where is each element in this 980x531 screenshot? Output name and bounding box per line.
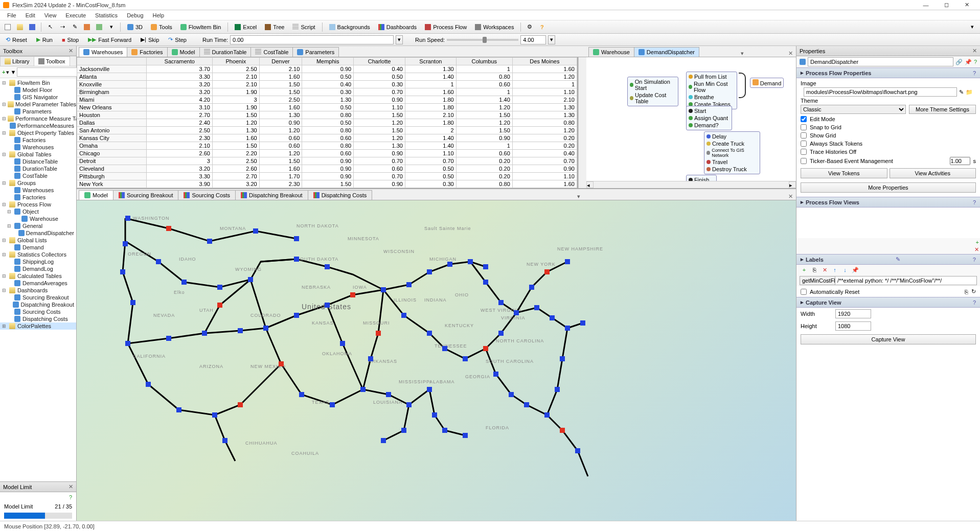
tree-item[interactable]: Factories bbox=[0, 194, 76, 201]
skip-button[interactable]: ▶|Skip bbox=[137, 35, 163, 45]
tree-item[interactable]: ⊟Statistics Collectors bbox=[0, 251, 76, 258]
save-file-button[interactable] bbox=[27, 21, 38, 33]
data-tab-parameters[interactable]: Parameters bbox=[292, 47, 339, 57]
map-node[interactable] bbox=[544, 412, 550, 418]
map-node[interactable] bbox=[565, 259, 570, 264]
pf-tab-demanddispatcher[interactable]: DemandDispatcher bbox=[634, 47, 699, 57]
map-node[interactable] bbox=[238, 328, 243, 333]
model-limit-help[interactable]: ? bbox=[4, 494, 72, 500]
tree-item[interactable]: Sourcing Breakout bbox=[0, 294, 76, 301]
map-node[interactable] bbox=[253, 228, 258, 234]
model-limit-close[interactable]: ✕ bbox=[69, 483, 73, 490]
data-tab-model[interactable]: Model bbox=[167, 47, 200, 57]
flowitem-bin-button[interactable]: FlowItem Bin bbox=[177, 21, 225, 33]
map-node[interactable] bbox=[427, 331, 432, 336]
fast-forward-button[interactable]: ▶▶Fast Forward bbox=[84, 35, 135, 45]
tree-item[interactable]: Model Floor bbox=[0, 86, 76, 94]
map-node[interactable] bbox=[222, 438, 227, 443]
map-node[interactable] bbox=[376, 331, 381, 336]
edit-icon[interactable]: ✎ bbox=[959, 89, 964, 96]
map-node[interactable] bbox=[125, 341, 130, 346]
tree-item[interactable]: Sourcing Costs bbox=[0, 308, 76, 315]
excel-button[interactable]: Excel bbox=[231, 21, 260, 33]
capture-view-button[interactable]: Capture View bbox=[801, 334, 976, 344]
auto-reset-icon[interactable]: ⎘ bbox=[965, 289, 968, 295]
map-node[interactable] bbox=[529, 285, 534, 290]
tab-library[interactable]: Library bbox=[0, 56, 34, 66]
map-node[interactable] bbox=[498, 300, 504, 305]
more-theme-button[interactable]: More Theme Settings bbox=[909, 105, 976, 114]
stop-button[interactable]: ■Stop bbox=[58, 35, 82, 45]
map-node[interactable] bbox=[202, 331, 207, 336]
map-node[interactable] bbox=[368, 356, 373, 361]
reset-button[interactable]: ⟲Reset bbox=[2, 35, 31, 45]
check-trace-histories-off[interactable] bbox=[801, 149, 807, 155]
label-key[interactable]: getMinCostFlow bbox=[800, 276, 835, 285]
capture-height-input[interactable] bbox=[835, 321, 871, 331]
pf-tab-warehouse[interactable]: Warehouse bbox=[588, 47, 634, 57]
tree-item[interactable]: DurationTable bbox=[0, 165, 76, 172]
map-node[interactable] bbox=[463, 356, 468, 361]
map-node[interactable] bbox=[330, 402, 335, 407]
map-node[interactable] bbox=[483, 264, 488, 269]
pf-group-simstart[interactable]: On Simulation Start Update Cost Table bbox=[627, 77, 678, 106]
pf-group-start[interactable]: Start Assign Quant Demand? bbox=[686, 106, 732, 130]
map-node[interactable] bbox=[442, 428, 447, 433]
map-node[interactable] bbox=[447, 262, 452, 267]
help-button[interactable]: ? bbox=[536, 21, 548, 33]
map-node[interactable] bbox=[325, 303, 330, 308]
map-node[interactable] bbox=[555, 387, 560, 392]
link-icon[interactable]: 🔗 bbox=[955, 59, 963, 65]
run-button[interactable]: ▶Run bbox=[33, 35, 56, 45]
link-tool[interactable]: ⇢ bbox=[57, 21, 68, 33]
menu-statistics[interactable]: Statistics bbox=[91, 11, 122, 19]
tree-item[interactable]: ShippingLog bbox=[0, 258, 76, 265]
tree-item[interactable]: Warehouses bbox=[0, 187, 76, 194]
map-node[interactable] bbox=[401, 428, 406, 433]
map-node[interactable] bbox=[575, 448, 580, 453]
data-tab-warehouses[interactable]: Warehouses bbox=[79, 47, 127, 57]
map-node[interactable] bbox=[350, 292, 355, 297]
runtime-input[interactable] bbox=[230, 35, 394, 44]
minimize-button[interactable]: — bbox=[916, 1, 936, 10]
add-item-dd[interactable]: ▾ bbox=[6, 67, 9, 77]
pf-canvas[interactable]: On Simulation Start Update Cost Table Pu… bbox=[586, 57, 796, 181]
auto-reset-refresh-icon[interactable]: ↻ bbox=[971, 288, 976, 295]
map-node[interactable] bbox=[427, 387, 432, 392]
processflow-button[interactable]: Process Flow bbox=[421, 21, 470, 33]
section-pf-props[interactable]: Process Flow Properties bbox=[806, 70, 871, 76]
ticker-value-input[interactable] bbox=[950, 157, 970, 165]
map-node[interactable] bbox=[386, 392, 391, 397]
map-node[interactable] bbox=[406, 402, 412, 407]
grid-scrollbar[interactable] bbox=[578, 57, 586, 188]
data-tab-durationtable[interactable]: DurationTable bbox=[199, 47, 252, 57]
tab-toolbox[interactable]: Toolbox bbox=[34, 56, 70, 66]
menu-debug[interactable]: Debug bbox=[123, 11, 147, 19]
auto-reset-check[interactable] bbox=[801, 289, 807, 295]
map-node[interactable] bbox=[401, 313, 406, 318]
3d-button[interactable]: 3D bbox=[124, 21, 146, 33]
check-edit-mode[interactable] bbox=[801, 116, 807, 122]
tree-item[interactable]: ⊟General bbox=[0, 222, 76, 229]
menu-file[interactable]: File bbox=[3, 11, 20, 19]
filter-button[interactable]: ▼ bbox=[10, 67, 16, 77]
map-node[interactable] bbox=[279, 361, 284, 366]
tree-item[interactable]: ⊟Global Lists bbox=[0, 237, 76, 244]
data-grid[interactable]: SacramentoPhoenixDenverMemphisCharlotteS… bbox=[77, 57, 578, 188]
tools-button[interactable]: Tools bbox=[147, 21, 176, 33]
tree-item[interactable]: Demand bbox=[0, 244, 76, 251]
map-tab-dispatching-costs[interactable]: Dispatching Costs bbox=[308, 190, 373, 200]
workspaces-button[interactable]: Workspaces bbox=[471, 21, 517, 33]
labels-help-icon[interactable]: ? bbox=[973, 257, 976, 263]
pointer-tool[interactable]: ↖ bbox=[44, 21, 56, 33]
label-dup-icon[interactable]: ⎘ bbox=[810, 266, 819, 274]
maximize-button[interactable]: ◻ bbox=[936, 1, 956, 10]
label-down-icon[interactable]: ↓ bbox=[840, 266, 850, 274]
tree-item[interactable]: ⊟FlowItem Bin bbox=[0, 79, 76, 86]
map-node[interactable] bbox=[514, 310, 519, 315]
check-snap-to-grid[interactable] bbox=[801, 124, 807, 130]
capview-help-icon[interactable]: ? bbox=[973, 299, 976, 306]
map-node[interactable] bbox=[544, 269, 550, 274]
help-icon[interactable]: ? bbox=[974, 59, 977, 65]
data-tab-factories[interactable]: Factories bbox=[127, 47, 167, 57]
